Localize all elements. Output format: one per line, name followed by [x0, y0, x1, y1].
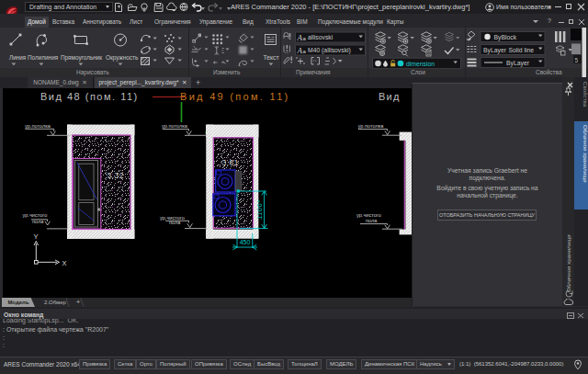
svg-text:A: A: [297, 33, 303, 42]
svg-text:Изменить: Изменить: [213, 69, 241, 75]
svg-text:ByLayer: ByLayer: [506, 60, 530, 67]
svg-text:пола: пола: [366, 218, 378, 223]
svg-text:Нарисовать: Нарисовать: [76, 69, 109, 76]
svg-text:ByLayer: ByLayer: [483, 47, 507, 54]
svg-text:Облачное хранилище: Облачное хранилище: [565, 234, 571, 292]
svg-text:Свойства: Свойства: [536, 69, 562, 75]
svg-text:5: 5: [575, 57, 579, 63]
svg-text:Полилиния: Полилиния: [28, 54, 59, 61]
svg-text:ур.чистого: ур.чистого: [23, 212, 48, 218]
svg-text:Свойства: Свойства: [582, 82, 588, 108]
svg-text:ур.потолка: ур.потолка: [358, 123, 385, 129]
svg-text:ур.потолка: ур.потолка: [162, 123, 188, 129]
svg-text:dimension: dimension: [406, 61, 435, 67]
svg-text:Вид 48 (пом. 11): Вид 48 (пом. 11): [40, 91, 139, 102]
svg-text:Облачное хранилище: Облачное хранилище: [582, 125, 588, 183]
svg-text:A: A: [297, 46, 303, 55]
svg-text:X: X: [62, 259, 67, 267]
svg-text:3.61: 3.61: [222, 158, 240, 167]
svg-text:1100*: 1100*: [255, 199, 264, 220]
svg-text:Прямоугольник: Прямоугольник: [61, 54, 102, 62]
svg-text:ур.потолка: ур.потолка: [25, 123, 51, 129]
svg-text:M40 (allisovski): M40 (allisovski): [308, 47, 351, 54]
svg-text:Y: Y: [34, 232, 39, 241]
svg-text:Линия: Линия: [9, 54, 27, 61]
svg-text:Текст: Текст: [264, 54, 279, 61]
svg-text:Solid line: Solid line: [509, 47, 535, 53]
svg-text:3.32: 3.32: [107, 171, 125, 180]
svg-text:450: 450: [240, 239, 251, 245]
svg-text:Слои: Слои: [411, 69, 425, 75]
svg-text:ур.чистого: ур.чистого: [356, 212, 381, 218]
svg-text:Вид 49 (пом. 11): Вид 49 (пом. 11): [180, 91, 290, 102]
svg-text:allisovski: allisovski: [308, 34, 334, 40]
svg-text:Окружность: Окружность: [106, 54, 139, 62]
svg-text:Примечания: Примечания: [296, 69, 331, 76]
svg-text:Вид: Вид: [379, 91, 401, 102]
svg-text:ByBlock: ByBlock: [494, 34, 517, 41]
